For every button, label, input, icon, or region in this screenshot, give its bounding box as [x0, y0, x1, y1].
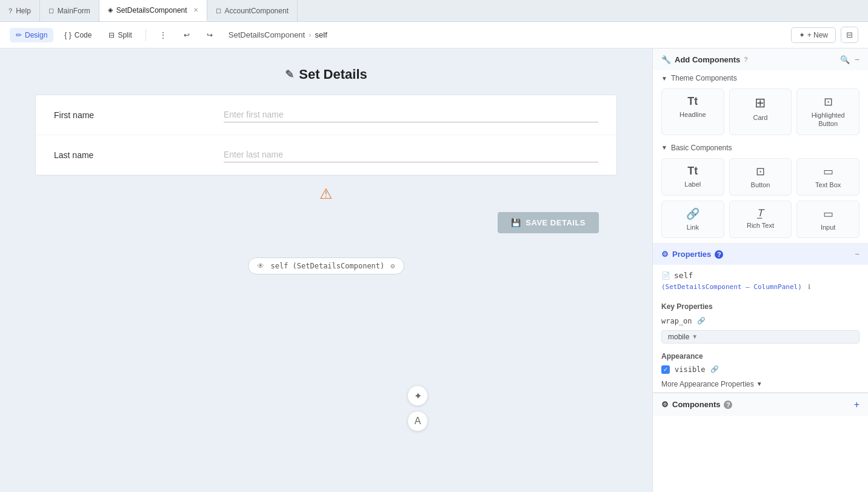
toolbar-separator: [145, 29, 146, 41]
new-button[interactable]: ✦ + New: [791, 27, 836, 43]
more-options-button[interactable]: ⋮: [153, 28, 173, 42]
add-components-title: Add Components: [675, 55, 740, 64]
save-label: SAVE DETAILS: [526, 218, 586, 227]
richtext-icon: T̲: [757, 207, 763, 219]
design-icon: ✏: [16, 31, 22, 39]
collapse-add-components-icon[interactable]: −: [855, 55, 860, 64]
save-btn-area: 💾 SAVE DETAILS: [35, 212, 617, 245]
more-appearance-label: More Appearance Properties: [661, 380, 754, 388]
main-layout: ✎ Set Details First name Last name ⚠: [0, 48, 868, 492]
design-button[interactable]: ✏ Design: [10, 28, 53, 42]
toolbar-right: ✦ + New ⊟: [791, 27, 858, 43]
sparkle-button[interactable]: ✦: [407, 385, 428, 406]
theme-section-header: ▼ Theme Components: [653, 70, 868, 84]
help-tab-icon: ?: [8, 7, 12, 15]
new-icon: ✦: [799, 31, 805, 39]
save-icon: 💾: [511, 218, 521, 227]
search-icon[interactable]: 🔍: [840, 55, 850, 64]
collapse-properties-icon[interactable]: −: [855, 250, 860, 259]
redo-button[interactable]: ↪: [201, 28, 219, 42]
edit-icon: ✎: [285, 68, 294, 81]
card-label: Card: [753, 113, 768, 122]
form-row-firstname: First name: [36, 95, 616, 135]
properties-title: Properties: [672, 250, 711, 259]
add-components-section: 🔧 Add Components ? 🔍 − ▼ Theme Component…: [653, 48, 868, 244]
component-item-card[interactable]: ⊞ Card: [729, 88, 792, 135]
setdetails-tab-icon: ◈: [108, 6, 113, 14]
add-component-plus-icon[interactable]: +: [854, 399, 860, 410]
tab-help[interactable]: ? Help: [0, 0, 40, 21]
split-button[interactable]: ⊟ Split: [102, 28, 138, 42]
wrap-on-key: wrap_on: [661, 317, 692, 325]
component-item-highlighted-button[interactable]: ⊡ Highlighted Button: [796, 88, 860, 135]
chevron-down-icon[interactable]: ▼: [661, 75, 667, 82]
tab-mainform[interactable]: ◻ MainForm: [40, 0, 99, 21]
theme-components-label: Theme Components: [671, 74, 737, 82]
highlighted-button-icon: ⊡: [824, 95, 833, 108]
settings-icon[interactable]: ⚙: [390, 262, 395, 270]
floating-buttons: ✦ A: [407, 385, 428, 431]
firstname-label: First name: [54, 110, 224, 120]
headline-label: Headline: [679, 110, 706, 119]
properties-help-icon[interactable]: ?: [715, 250, 723, 259]
self-label-text: self (SetDetailsComponent): [270, 262, 384, 270]
mainform-tab-icon: ◻: [48, 7, 54, 15]
components-bottom-title: Components: [672, 400, 720, 409]
component-item-richtext[interactable]: T̲ Rich Text: [729, 201, 792, 238]
layout-icon: ⊟: [846, 30, 853, 39]
components-help-icon[interactable]: ?: [724, 401, 732, 409]
form-row-lastname: Last name: [36, 135, 616, 175]
lastname-input[interactable]: [224, 147, 598, 162]
account-tab-icon: ◻: [216, 7, 221, 15]
theme-components-grid: Tt Headline ⊞ Card ⊡ Highlighted Button: [653, 84, 868, 140]
visible-checkbox[interactable]: ✓: [661, 365, 670, 374]
warning-icon: ⚠: [319, 185, 333, 202]
add-components-header-left: 🔧 Add Components ?: [661, 55, 748, 64]
textbox-icon: ▭: [823, 165, 833, 178]
component-item-input[interactable]: ▭ Input: [796, 201, 860, 238]
sliders-icon: ⚙: [661, 250, 669, 259]
basic-components-grid: Tt Label ⊡ Button ▭ Text Box 🔗 Link T̲: [653, 153, 868, 244]
breadcrumb-parent[interactable]: SetDetailsComponent: [229, 30, 305, 39]
component-item-link[interactable]: 🔗 Link: [661, 201, 724, 238]
prop-type-info-icon[interactable]: ℹ: [808, 283, 810, 291]
chevron-more-icon: ▼: [756, 381, 763, 387]
layout-toggle-button[interactable]: ⊟: [841, 27, 858, 43]
prop-self-value: self: [674, 271, 693, 280]
prop-type-text: (SetDetailsComponent – ColumnPanel): [661, 283, 802, 291]
more-appearance-link[interactable]: More Appearance Properties ▼: [653, 376, 868, 392]
undo-button[interactable]: ↩: [178, 28, 196, 42]
self-label-area: 👁 self (SetDetailsComponent) ⚙: [248, 258, 404, 274]
breadcrumb: SetDetailsComponent › self: [229, 30, 327, 39]
breadcrumb-separator: ›: [309, 30, 311, 39]
textbox-label: Text Box: [815, 181, 841, 189]
properties-section: ⚙ Properties ? − 📄 self (SetDetailsCompo…: [653, 244, 868, 393]
code-button[interactable]: { } Code: [58, 28, 98, 42]
firstname-input[interactable]: [224, 107, 598, 122]
wrap-on-link-icon[interactable]: 🔗: [697, 317, 706, 325]
tab-help-label: Help: [16, 7, 31, 15]
link-icon: 🔗: [686, 207, 699, 221]
component-item-textbox[interactable]: ▭ Text Box: [796, 158, 860, 196]
translate-button[interactable]: A: [407, 411, 428, 431]
component-item-button[interactable]: ⊡ Button: [729, 158, 792, 196]
code-icon: { }: [64, 31, 71, 39]
help-icon[interactable]: ?: [744, 56, 748, 63]
save-details-button[interactable]: 💾 SAVE DETAILS: [498, 212, 599, 233]
highlighted-button-label: Highlighted Button: [801, 111, 855, 128]
tab-setdetails[interactable]: ◈ SetDetailsComponent ✕: [99, 0, 207, 21]
wrap-on-value-pill[interactable]: mobile ▼: [661, 330, 860, 344]
tab-accountcomponent[interactable]: ◻ AccountComponent: [207, 0, 298, 21]
chevron-down-basic-icon[interactable]: ▼: [661, 144, 667, 151]
eye-icon: 👁: [257, 262, 264, 270]
close-icon[interactable]: ✕: [193, 7, 198, 13]
page-title-area: ✎ Set Details: [285, 67, 367, 82]
tab-accountcomponent-label: AccountComponent: [225, 7, 289, 15]
lastname-label: Last name: [54, 150, 224, 160]
component-item-headline[interactable]: Tt Headline: [661, 88, 724, 135]
component-item-label[interactable]: Tt Label: [661, 158, 724, 196]
tab-mainform-label: MainForm: [58, 7, 90, 15]
visible-link-icon[interactable]: 🔗: [710, 365, 719, 373]
link-label: Link: [687, 223, 699, 231]
tab-setdetails-label: SetDetailsComponent: [116, 6, 187, 15]
